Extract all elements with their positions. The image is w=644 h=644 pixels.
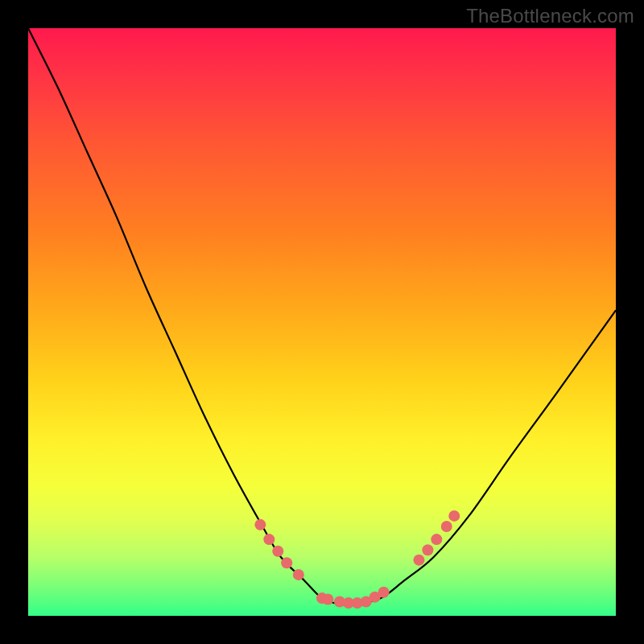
marker-dot — [448, 510, 460, 522]
marker-dot — [322, 594, 333, 605]
marker-dot — [281, 557, 292, 568]
marker-dot — [272, 546, 283, 557]
chart-frame: TheBottleneck.com — [0, 0, 644, 644]
marker-dot — [441, 521, 452, 532]
marker-group — [254, 510, 460, 609]
chart-svg — [28, 28, 616, 616]
marker-dot — [422, 544, 433, 555]
marker-dot — [378, 587, 390, 598]
watermark-text: TheBottleneck.com — [466, 5, 634, 27]
marker-dot — [263, 534, 275, 545]
marker-dot — [254, 519, 266, 530]
marker-dot — [413, 555, 424, 566]
marker-dot — [431, 534, 442, 545]
bottleneck-curve — [28, 28, 616, 605]
marker-dot — [293, 569, 304, 580]
plot-area — [28, 28, 616, 616]
